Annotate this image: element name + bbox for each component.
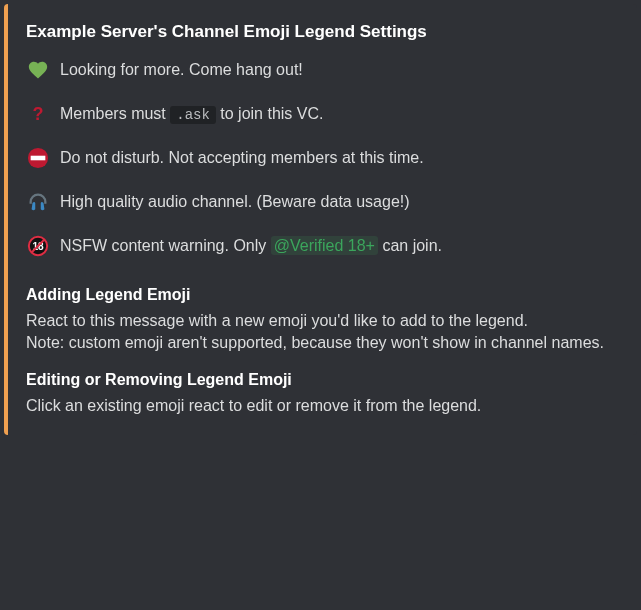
eighteen-plus-icon: 18 (26, 234, 50, 258)
svg-rect-2 (31, 156, 46, 161)
legend-text-pre: Members must (60, 105, 170, 122)
legend-text: High quality audio channel. (Beware data… (60, 193, 410, 211)
legend-text: Members must .ask to join this VC. (60, 105, 323, 123)
legend-text: Do not disturb. Not accepting members at… (60, 149, 424, 167)
embed-container: Example Server's Channel Emoji Legend Se… (4, 4, 637, 435)
question-mark-icon: ? (26, 102, 50, 126)
legend-text-post: to join this VC. (216, 105, 324, 122)
legend-row: Do not disturb. Not accepting members at… (26, 146, 613, 170)
legend-text: NSFW content warning. Only @Verified 18+… (60, 237, 442, 255)
legend-text: Looking for more. Come hang out! (60, 61, 303, 79)
embed-title: Example Server's Channel Emoji Legend Se… (26, 22, 613, 42)
section-body-editing: Click an existing emoji react to edit or… (26, 395, 613, 417)
headphones-icon (26, 190, 50, 214)
role-mention[interactable]: @Verified 18+ (271, 236, 378, 255)
legend-text-post: can join. (378, 237, 442, 254)
section-body-adding: React to this message with a new emoji y… (26, 310, 613, 355)
legend-row: 18 NSFW content warning. Only @Verified … (26, 234, 613, 258)
legend-text-pre: NSFW content warning. Only (60, 237, 271, 254)
svg-text:?: ? (33, 104, 44, 124)
legend-row: Looking for more. Come hang out! (26, 58, 613, 82)
legend-row: High quality audio channel. (Beware data… (26, 190, 613, 214)
no-entry-icon (26, 146, 50, 170)
section-heading-adding: Adding Legend Emoji (26, 286, 613, 304)
green-heart-icon (26, 58, 50, 82)
legend-row: ? Members must .ask to join this VC. (26, 102, 613, 126)
code-inline: .ask (170, 106, 216, 124)
section-heading-editing: Editing or Removing Legend Emoji (26, 371, 613, 389)
